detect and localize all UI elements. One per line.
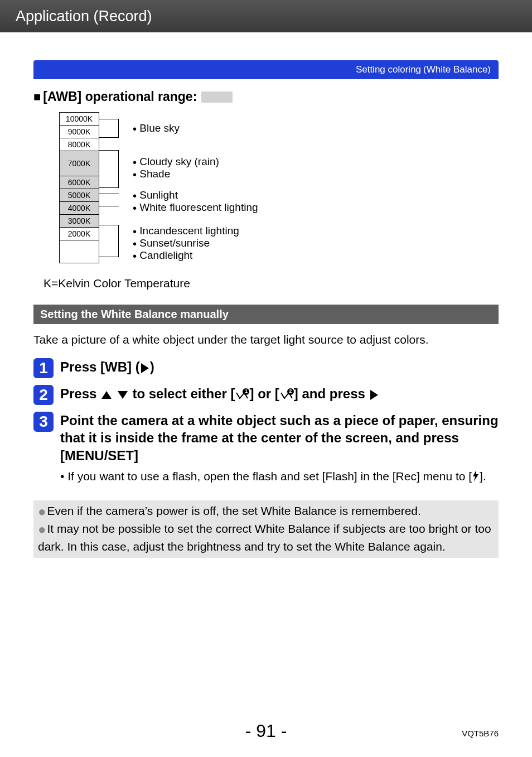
- step-1-text: Press [WB] (): [60, 358, 154, 375]
- step-1: 1 Press [WB] (): [33, 358, 499, 378]
- kelvin-label: • Incandescent lighting: [133, 225, 239, 238]
- kelvin-label: • Cloudy sky (rain): [133, 156, 219, 169]
- step-2: 2 Press to select either [1] or [2] and …: [33, 385, 499, 405]
- kelvin-label: • Shade: [133, 168, 170, 181]
- kelvin-tick: 6000K: [59, 176, 99, 189]
- up-arrow-icon: [101, 391, 112, 399]
- down-arrow-icon: [118, 391, 128, 399]
- kelvin-label: • Blue sky: [133, 122, 180, 136]
- kelvin-tick: 9000K: [59, 125, 99, 138]
- step-3-text: Point the camera at a white object such …: [60, 412, 499, 485]
- kelvin-tick: 8000K: [59, 138, 99, 151]
- step-2-text: Press to select either [1] or [2] and pr…: [60, 385, 379, 402]
- step-number-1: 1: [33, 358, 54, 378]
- bracket: [99, 119, 119, 138]
- kelvin-tick-empty: [59, 240, 99, 263]
- bracket-line: [99, 206, 119, 206]
- wb-preset-1-icon: 1: [236, 390, 248, 400]
- kelvin-diagram: 10000K 9000K 8000K 7000K 6000K 5000K 400…: [59, 112, 499, 263]
- range-heading: ■ [AWB] operational range:: [33, 89, 499, 104]
- note-item: ●It may not be possible to set the corre…: [38, 520, 494, 555]
- wb-preset-2-icon: 2: [280, 390, 293, 400]
- kelvin-caption: K=Kelvin Color Temperature: [43, 277, 499, 290]
- step-3-note: • If you want to use a flash, open the f…: [60, 469, 499, 485]
- step-number-2: 2: [33, 385, 54, 405]
- manual-subheader: Setting the White Balance manually: [33, 305, 499, 324]
- manual-intro: Take a picture of a white object under t…: [33, 332, 499, 347]
- kelvin-tick: 5000K: [59, 189, 99, 201]
- step-3: 3 Point the camera at a white object suc…: [33, 412, 499, 485]
- page-footer: - 91 - VQT5B76: [0, 721, 532, 741]
- bracket: [99, 225, 119, 257]
- kelvin-label: • Candlelight: [133, 249, 192, 263]
- notes-box: ●Even if the camera’s power is off, the …: [33, 500, 499, 558]
- right-arrow-icon: [370, 390, 378, 400]
- bracket: [99, 150, 119, 188]
- banner-text: Setting coloring: [356, 64, 421, 75]
- kelvin-label: • Sunlight: [133, 189, 178, 202]
- flash-force-icon: [472, 470, 480, 485]
- kelvin-tick: 3000K: [59, 214, 99, 227]
- bullet-icon: ●: [38, 504, 46, 519]
- kelvin-label: • Sunset/sunrise: [133, 237, 210, 250]
- note-item: ●Even if the camera’s power is off, the …: [38, 503, 494, 520]
- section-title: Application (Record): [16, 8, 152, 25]
- document-number: VQT5B76: [462, 729, 499, 738]
- step-number-3: 3: [33, 412, 54, 432]
- page-number: - 91 -: [245, 721, 287, 741]
- section-header: Application (Record): [0, 0, 532, 32]
- kelvin-tick: 4000K: [59, 201, 99, 214]
- bracket-line: [99, 194, 119, 194]
- kelvin-tick: 7000K: [59, 151, 99, 176]
- banner-paren: (White Balance): [423, 64, 491, 75]
- kelvin-axis: 10000K 9000K 8000K 7000K 6000K 5000K 400…: [59, 112, 99, 263]
- svg-marker-0: [473, 470, 478, 481]
- right-arrow-icon: [141, 363, 149, 373]
- kelvin-label: • White fluorescent lighting: [133, 201, 258, 215]
- range-heading-text: [AWB] operational range:: [43, 89, 197, 104]
- bullet-icon: ●: [38, 522, 46, 537]
- topic-banner: Setting coloring (White Balance): [33, 60, 499, 79]
- square-bullet: ■: [33, 90, 41, 104]
- awb-range-swatch: [201, 91, 233, 103]
- kelvin-tick: 10000K: [59, 112, 99, 125]
- kelvin-tick: 2000K: [59, 227, 99, 240]
